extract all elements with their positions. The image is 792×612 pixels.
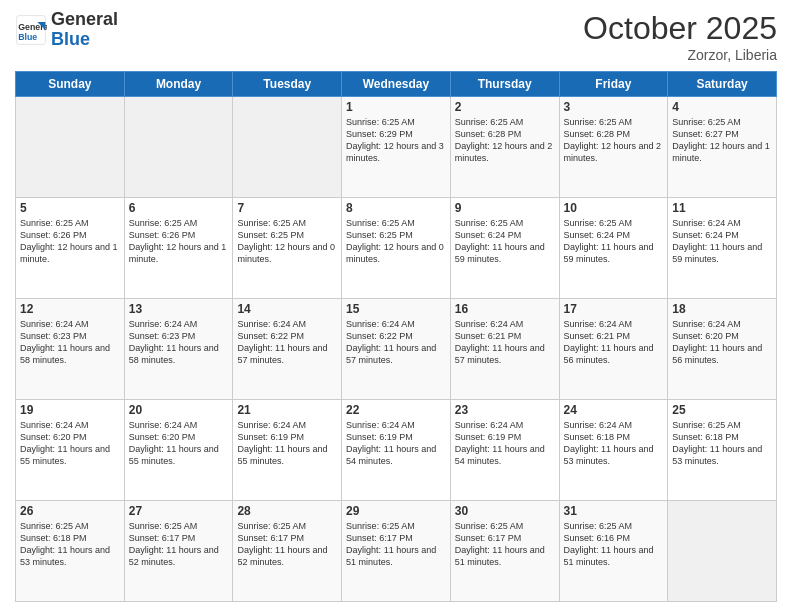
day-number: 4	[672, 100, 772, 114]
day-number: 1	[346, 100, 446, 114]
calendar-cell: 20Sunrise: 6:24 AM Sunset: 6:20 PM Dayli…	[124, 400, 233, 501]
day-info: Sunrise: 6:25 AM Sunset: 6:17 PM Dayligh…	[455, 520, 555, 569]
calendar-cell: 27Sunrise: 6:25 AM Sunset: 6:17 PM Dayli…	[124, 501, 233, 602]
month-title: October 2025	[583, 10, 777, 47]
day-number: 7	[237, 201, 337, 215]
day-info: Sunrise: 6:24 AM Sunset: 6:21 PM Dayligh…	[455, 318, 555, 367]
calendar-cell: 9Sunrise: 6:25 AM Sunset: 6:24 PM Daylig…	[450, 198, 559, 299]
day-info: Sunrise: 6:24 AM Sunset: 6:19 PM Dayligh…	[237, 419, 337, 468]
calendar-cell: 8Sunrise: 6:25 AM Sunset: 6:25 PM Daylig…	[342, 198, 451, 299]
day-header-friday: Friday	[559, 72, 668, 97]
day-info: Sunrise: 6:25 AM Sunset: 6:24 PM Dayligh…	[455, 217, 555, 266]
day-number: 18	[672, 302, 772, 316]
day-number: 24	[564, 403, 664, 417]
day-number: 6	[129, 201, 229, 215]
day-number: 8	[346, 201, 446, 215]
day-info: Sunrise: 6:24 AM Sunset: 6:22 PM Dayligh…	[346, 318, 446, 367]
day-number: 28	[237, 504, 337, 518]
calendar-cell: 13Sunrise: 6:24 AM Sunset: 6:23 PM Dayli…	[124, 299, 233, 400]
calendar-cell: 1Sunrise: 6:25 AM Sunset: 6:29 PM Daylig…	[342, 97, 451, 198]
day-info: Sunrise: 6:25 AM Sunset: 6:17 PM Dayligh…	[237, 520, 337, 569]
calendar-cell: 18Sunrise: 6:24 AM Sunset: 6:20 PM Dayli…	[668, 299, 777, 400]
day-info: Sunrise: 6:24 AM Sunset: 6:20 PM Dayligh…	[129, 419, 229, 468]
day-number: 9	[455, 201, 555, 215]
calendar-cell: 23Sunrise: 6:24 AM Sunset: 6:19 PM Dayli…	[450, 400, 559, 501]
calendar-cell: 30Sunrise: 6:25 AM Sunset: 6:17 PM Dayli…	[450, 501, 559, 602]
calendar-cell: 16Sunrise: 6:24 AM Sunset: 6:21 PM Dayli…	[450, 299, 559, 400]
day-info: Sunrise: 6:25 AM Sunset: 6:17 PM Dayligh…	[129, 520, 229, 569]
calendar-week-5: 26Sunrise: 6:25 AM Sunset: 6:18 PM Dayli…	[16, 501, 777, 602]
day-info: Sunrise: 6:24 AM Sunset: 6:23 PM Dayligh…	[20, 318, 120, 367]
day-info: Sunrise: 6:24 AM Sunset: 6:20 PM Dayligh…	[672, 318, 772, 367]
calendar-cell	[233, 97, 342, 198]
calendar-cell: 10Sunrise: 6:25 AM Sunset: 6:24 PM Dayli…	[559, 198, 668, 299]
calendar-cell	[16, 97, 125, 198]
day-info: Sunrise: 6:24 AM Sunset: 6:22 PM Dayligh…	[237, 318, 337, 367]
calendar-cell: 2Sunrise: 6:25 AM Sunset: 6:28 PM Daylig…	[450, 97, 559, 198]
day-info: Sunrise: 6:25 AM Sunset: 6:18 PM Dayligh…	[20, 520, 120, 569]
calendar-cell: 21Sunrise: 6:24 AM Sunset: 6:19 PM Dayli…	[233, 400, 342, 501]
day-number: 20	[129, 403, 229, 417]
day-number: 16	[455, 302, 555, 316]
calendar-cell: 3Sunrise: 6:25 AM Sunset: 6:28 PM Daylig…	[559, 97, 668, 198]
header: General Blue General Blue October 2025 Z…	[15, 10, 777, 63]
day-info: Sunrise: 6:25 AM Sunset: 6:28 PM Dayligh…	[455, 116, 555, 165]
day-number: 13	[129, 302, 229, 316]
day-info: Sunrise: 6:25 AM Sunset: 6:27 PM Dayligh…	[672, 116, 772, 165]
day-info: Sunrise: 6:25 AM Sunset: 6:17 PM Dayligh…	[346, 520, 446, 569]
day-header-thursday: Thursday	[450, 72, 559, 97]
calendar-cell: 17Sunrise: 6:24 AM Sunset: 6:21 PM Dayli…	[559, 299, 668, 400]
day-number: 2	[455, 100, 555, 114]
day-info: Sunrise: 6:25 AM Sunset: 6:25 PM Dayligh…	[346, 217, 446, 266]
day-number: 19	[20, 403, 120, 417]
day-number: 14	[237, 302, 337, 316]
location: Zorzor, Liberia	[583, 47, 777, 63]
day-info: Sunrise: 6:24 AM Sunset: 6:21 PM Dayligh…	[564, 318, 664, 367]
day-header-wednesday: Wednesday	[342, 72, 451, 97]
day-number: 29	[346, 504, 446, 518]
calendar-cell	[124, 97, 233, 198]
day-number: 26	[20, 504, 120, 518]
calendar-cell: 15Sunrise: 6:24 AM Sunset: 6:22 PM Dayli…	[342, 299, 451, 400]
calendar-cell	[668, 501, 777, 602]
calendar-cell: 11Sunrise: 6:24 AM Sunset: 6:24 PM Dayli…	[668, 198, 777, 299]
page: General Blue General Blue October 2025 Z…	[0, 0, 792, 612]
calendar-cell: 5Sunrise: 6:25 AM Sunset: 6:26 PM Daylig…	[16, 198, 125, 299]
day-header-tuesday: Tuesday	[233, 72, 342, 97]
day-number: 3	[564, 100, 664, 114]
day-number: 21	[237, 403, 337, 417]
calendar-cell: 31Sunrise: 6:25 AM Sunset: 6:16 PM Dayli…	[559, 501, 668, 602]
day-info: Sunrise: 6:25 AM Sunset: 6:16 PM Dayligh…	[564, 520, 664, 569]
calendar-cell: 6Sunrise: 6:25 AM Sunset: 6:26 PM Daylig…	[124, 198, 233, 299]
calendar-week-4: 19Sunrise: 6:24 AM Sunset: 6:20 PM Dayli…	[16, 400, 777, 501]
calendar-cell: 28Sunrise: 6:25 AM Sunset: 6:17 PM Dayli…	[233, 501, 342, 602]
day-info: Sunrise: 6:24 AM Sunset: 6:19 PM Dayligh…	[346, 419, 446, 468]
logo: General Blue General Blue	[15, 10, 118, 50]
title-block: October 2025 Zorzor, Liberia	[583, 10, 777, 63]
day-info: Sunrise: 6:24 AM Sunset: 6:18 PM Dayligh…	[564, 419, 664, 468]
day-info: Sunrise: 6:24 AM Sunset: 6:19 PM Dayligh…	[455, 419, 555, 468]
day-info: Sunrise: 6:25 AM Sunset: 6:28 PM Dayligh…	[564, 116, 664, 165]
day-number: 30	[455, 504, 555, 518]
svg-text:Blue: Blue	[18, 31, 37, 41]
logo-text: General Blue	[51, 10, 118, 50]
calendar-cell: 12Sunrise: 6:24 AM Sunset: 6:23 PM Dayli…	[16, 299, 125, 400]
day-number: 31	[564, 504, 664, 518]
day-info: Sunrise: 6:25 AM Sunset: 6:26 PM Dayligh…	[129, 217, 229, 266]
day-number: 10	[564, 201, 664, 215]
calendar-cell: 26Sunrise: 6:25 AM Sunset: 6:18 PM Dayli…	[16, 501, 125, 602]
calendar-cell: 7Sunrise: 6:25 AM Sunset: 6:25 PM Daylig…	[233, 198, 342, 299]
calendar-week-1: 1Sunrise: 6:25 AM Sunset: 6:29 PM Daylig…	[16, 97, 777, 198]
day-number: 23	[455, 403, 555, 417]
day-info: Sunrise: 6:24 AM Sunset: 6:24 PM Dayligh…	[672, 217, 772, 266]
calendar-cell: 4Sunrise: 6:25 AM Sunset: 6:27 PM Daylig…	[668, 97, 777, 198]
day-info: Sunrise: 6:24 AM Sunset: 6:20 PM Dayligh…	[20, 419, 120, 468]
day-header-sunday: Sunday	[16, 72, 125, 97]
day-info: Sunrise: 6:25 AM Sunset: 6:18 PM Dayligh…	[672, 419, 772, 468]
logo-general-text: General	[51, 10, 118, 30]
calendar-header-row: SundayMondayTuesdayWednesdayThursdayFrid…	[16, 72, 777, 97]
logo-blue-text: Blue	[51, 30, 118, 50]
calendar-week-3: 12Sunrise: 6:24 AM Sunset: 6:23 PM Dayli…	[16, 299, 777, 400]
calendar-cell: 14Sunrise: 6:24 AM Sunset: 6:22 PM Dayli…	[233, 299, 342, 400]
day-info: Sunrise: 6:25 AM Sunset: 6:26 PM Dayligh…	[20, 217, 120, 266]
